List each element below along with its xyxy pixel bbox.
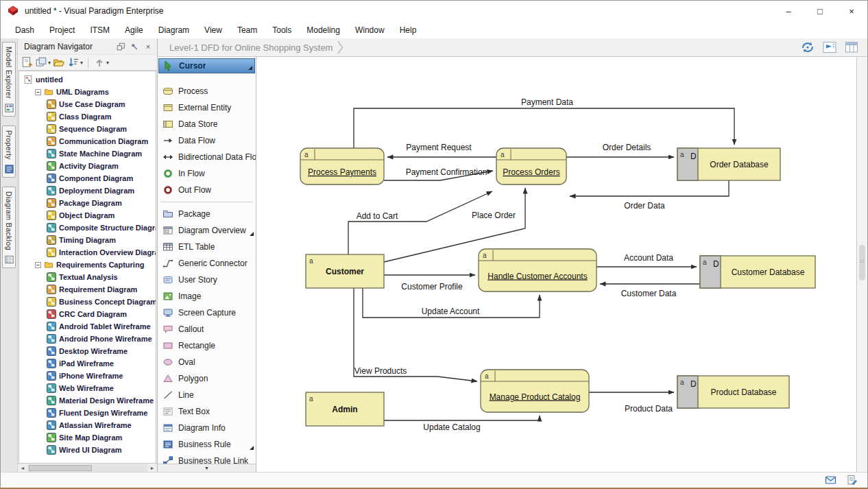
tree-item-composite-structure-diagram[interactable]: Composite Structure Diagram — [19, 222, 156, 234]
hscroll-track[interactable] — [27, 464, 147, 472]
palette-item-polygon[interactable]: Polygon — [158, 370, 256, 387]
navigator-hscrollbar[interactable]: ◄► — [18, 463, 157, 472]
tree-item-iphone-wireframe[interactable]: iPhone Wireframe — [19, 370, 156, 382]
palette-item-callout[interactable]: Callout — [158, 321, 256, 337]
menu-project[interactable]: Project — [42, 23, 82, 38]
palette-item-text-box[interactable]: Text Box — [158, 403, 256, 420]
tree-item-requirements-capturing[interactable]: −Requirements Capturing — [19, 259, 156, 271]
open-folder-button[interactable] — [53, 56, 65, 69]
flow-account-data[interactable]: Account Data — [596, 253, 697, 267]
close-icon[interactable]: × — [143, 42, 153, 51]
process-manage-product-catalog[interactable]: aManage Product Catalog — [481, 370, 589, 412]
up-level-button[interactable] — [93, 56, 106, 69]
tree-item-class-diagram[interactable]: Class Diagram — [19, 110, 156, 123]
palette-item-data-flow[interactable]: Data Flow — [158, 132, 256, 149]
menu-diagram[interactable]: Diagram — [151, 23, 197, 38]
flow-update-account[interactable]: Update Account — [363, 288, 540, 318]
flow-customer-data[interactable]: Customer Data — [600, 284, 700, 298]
menu-modeling[interactable]: Modeling — [299, 23, 348, 38]
tree-item-state-machine-diagram[interactable]: State Machine Diagram — [19, 147, 156, 160]
flow-customer-profile[interactable]: Customer Profile — [384, 275, 475, 291]
up-level-caret-icon[interactable]: ▾ — [106, 60, 109, 66]
palette-item-package[interactable]: Package — [158, 206, 256, 222]
palette-item-diagram-overview[interactable]: Diagram Overview — [158, 222, 256, 239]
expander-icon[interactable]: − — [35, 89, 41, 95]
close-button[interactable]: × — [836, 1, 867, 21]
tree-item-package-diagram[interactable]: Package Diagram — [19, 197, 156, 209]
tree-item-crc-card-diagram[interactable]: CRC Card Diagram — [19, 308, 156, 320]
flow-add-to-cart[interactable]: Add to Cart — [348, 191, 492, 254]
palette-scroll-down[interactable]: ▼ — [158, 464, 256, 472]
tree-item-component-diagram[interactable]: Component Diagram — [19, 172, 156, 184]
side-tab-diagram-backlog[interactable]: Diagram Backlog — [2, 187, 16, 268]
menu-agile[interactable]: Agile — [117, 23, 151, 38]
new-diagram-button[interactable] — [21, 56, 33, 69]
maximize-button[interactable]: □ — [804, 1, 836, 21]
datastore-order-database[interactable]: aDOrder Database — [677, 148, 780, 180]
tree-item-fluent-design-wireframe[interactable]: Fluent Design Wireframe — [19, 407, 156, 419]
process-process-payments[interactable]: aProcess Payments — [300, 148, 384, 184]
flow-payment-request[interactable]: Payment Request — [387, 143, 496, 157]
sort-button[interactable] — [67, 56, 80, 69]
palette-item-oval[interactable]: Oval — [158, 354, 256, 370]
palette-item-business-rule-link[interactable]: Business Rule Link — [158, 453, 256, 464]
new-window-caret-icon[interactable]: ▾ — [48, 60, 51, 66]
layout-icon[interactable] — [844, 40, 859, 55]
minimize-button[interactable]: – — [773, 1, 804, 21]
float-icon[interactable] — [116, 42, 125, 51]
menu-window[interactable]: Window — [348, 23, 392, 38]
notes-icon[interactable] — [846, 475, 858, 486]
tree-item-uml-diagrams[interactable]: −UML Diagrams — [19, 86, 156, 98]
menu-view[interactable]: View — [197, 23, 230, 38]
sort-caret-icon[interactable]: ▾ — [80, 60, 83, 66]
new-window-button[interactable] — [35, 56, 47, 69]
dfd-diagram[interactable]: Payment DataPayment RequestPayment Confi… — [256, 57, 856, 472]
tree-item-object-diagram[interactable]: Object Diagram — [19, 209, 156, 222]
palette-item-cursor[interactable]: Cursor — [158, 58, 255, 73]
flow-payment-confirmation[interactable]: Payment Confirmation — [384, 167, 493, 180]
palette-item-bidirectional-data-flow[interactable]: Bidirectional Data Flow — [158, 149, 256, 165]
entity-customer[interactable]: aCustomer — [306, 254, 384, 288]
palette-item-rectangle[interactable]: Rectangle — [158, 337, 256, 354]
flow-order-data[interactable]: Order Data — [570, 180, 729, 211]
canvas-vscrollbar[interactable] — [856, 57, 867, 472]
pin-icon[interactable] — [130, 42, 139, 51]
palette-item-out-flow[interactable]: Out Flow — [158, 182, 256, 198]
palette-item-screen-capture[interactable]: Screen Capture — [158, 305, 256, 321]
tree-item-ipad-wireframe[interactable]: iPad Wireframe — [19, 357, 156, 370]
palette-item-diagram-info[interactable]: Diagram Info — [158, 420, 256, 436]
menu-team[interactable]: Team — [230, 23, 265, 38]
sync-icon[interactable] — [800, 40, 815, 55]
tree-item-timing-diagram[interactable]: Timing Diagram — [19, 234, 156, 246]
flow-view-products[interactable]: View Products — [354, 288, 477, 381]
tree-item-atlassian-wireframe[interactable]: Atlassian Wireframe — [19, 419, 156, 431]
tree-item-use-case-diagram[interactable]: Use Case Diagram — [19, 98, 156, 110]
scroll-left-icon[interactable]: ◄ — [19, 466, 27, 470]
tree-item-business-concept-diagram[interactable]: Business Concept Diagram — [19, 296, 156, 308]
entity-admin[interactable]: aAdmin — [306, 392, 384, 426]
tree-item-untitled[interactable]: untitled — [19, 73, 156, 86]
palette-item-external-entity[interactable]: External Entity — [158, 99, 256, 116]
datastore-product-database[interactable]: aDProduct Database — [677, 376, 789, 408]
palette-item-data-store[interactable]: Data Store — [158, 116, 256, 132]
datastore-customer-database[interactable]: aDCustomer Database — [700, 256, 815, 288]
vscroll-thumb[interactable] — [859, 245, 865, 281]
palette-item-line[interactable]: Line — [158, 387, 256, 403]
flow-product-data[interactable]: Product Data — [589, 392, 674, 414]
palette-item-process[interactable]: Process — [158, 83, 256, 99]
tree-item-desktop-wireframe[interactable]: Desktop Wireframe — [19, 345, 156, 357]
palette-item-etl-table[interactable]: ETL Table — [158, 239, 256, 255]
mail-icon[interactable] — [825, 475, 836, 486]
news-icon[interactable] — [822, 40, 837, 55]
tree-item-deployment-diagram[interactable]: Deployment Diagram — [19, 184, 156, 197]
scroll-right-icon[interactable]: ► — [148, 466, 156, 470]
tree-item-wired-ui-diagram[interactable]: Wired UI Diagram — [19, 444, 156, 456]
tree-item-web-wireframe[interactable]: Web Wireframe — [19, 382, 156, 394]
flow-order-details[interactable]: Order Details — [566, 143, 674, 157]
hscroll-thumb[interactable] — [29, 465, 92, 471]
tree-item-activity-diagram[interactable]: Activity Diagram — [19, 160, 156, 172]
side-tab-model-explorer[interactable]: Model Explorer — [2, 42, 16, 117]
process-handle-customer-accounts[interactable]: aHandle Customer Accounts — [479, 249, 596, 291]
flow-update-catalog[interactable]: Update Catalog — [384, 416, 540, 432]
tree-item-android-tablet-wireframe[interactable]: Android Tablet Wireframe — [19, 320, 156, 333]
